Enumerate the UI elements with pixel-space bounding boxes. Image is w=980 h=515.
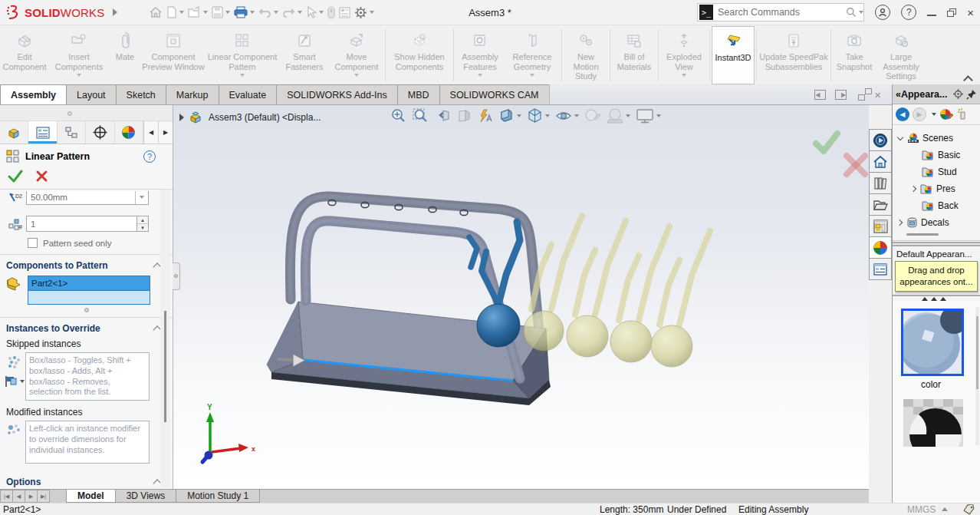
previous-view-button[interactable] [434,108,451,124]
tree-node-studio-scenes[interactable]: Stud [893,163,980,180]
take-snapshot-button[interactable]: Take Snapshot [833,26,876,84]
flag-caret-icon[interactable] [20,380,25,383]
tree-node-backgrounds[interactable]: Back [893,197,980,214]
thumbnails-scrollbar[interactable] [975,307,979,445]
view-palette-tab[interactable] [869,215,892,237]
pattern-seed-checkbox[interactable] [28,238,38,248]
move-component-caret-icon[interactable] [354,74,359,77]
components-selection-list[interactable]: Part2<1> [28,276,150,305]
view-orientation-caret-icon[interactable] [545,114,550,117]
prev-tab-button[interactable]: ◀ [12,490,25,503]
task-pane-gear-icon[interactable] [952,88,964,100]
select-button[interactable] [305,5,324,20]
nav-forward-button[interactable]: ▶ [913,107,926,121]
instant3d-button[interactable]: Instant3D [712,26,755,84]
tree-node-scenes[interactable]: Scenes [893,130,980,147]
appearance-thumb-color[interactable] [901,309,964,376]
units-label[interactable]: MMGS [907,504,936,515]
restore-button[interactable] [947,8,956,17]
tree-label-studio-scenes[interactable]: Stud [938,167,957,177]
appearance-thumb-checker[interactable] [903,399,963,447]
status-units[interactable]: MMGS [907,504,948,515]
annotation-visibility-button[interactable] [477,108,493,124]
close-button[interactable]: × [967,7,974,18]
tree-label-basic-scenes[interactable]: Basic [938,150,960,160]
tree-node-presentation-scenes[interactable]: Pres [893,180,980,197]
spin-down-icon[interactable]: ▼ [137,224,148,231]
mate-button[interactable]: Mate [109,26,141,84]
display-style-caret-icon[interactable] [574,114,579,117]
components-to-pattern-header[interactable]: Components to Pattern [0,255,173,274]
tab-sketch[interactable]: Sketch [116,84,166,104]
assembly-features-caret-icon[interactable] [478,74,482,77]
panel-edge-splitter[interactable] [173,262,180,290]
tree-h-scrollbar[interactable] [893,231,980,237]
reference-geometry-button[interactable]: Reference Geometry [505,26,560,84]
cancel-x-button[interactable] [35,170,48,183]
status-tag-icon[interactable] [962,504,975,515]
pm-scrollbar-thumb[interactable] [164,311,166,422]
insert-components-caret-icon[interactable] [77,74,81,77]
large-assembly-settings-button[interactable]: Large Assembly Settings [876,26,926,84]
search-icon[interactable] [846,6,857,18]
view-settings-button[interactable] [636,107,661,124]
tab-solidworks-cam[interactable]: SOLIDWORKS CAM [439,84,550,104]
skipped-instances-hint[interactable]: Box/lasso - Toggles, Shift + box/lasso -… [25,352,150,401]
tab-solidworks-addins[interactable]: SOLIDWORKS Add-Ins [276,84,398,104]
tab-evaluate[interactable]: Evaluate [219,84,278,104]
solidworks-resources-tab[interactable] [869,129,892,151]
update-speedpak-button[interactable]: Update SpeedPak Subassemblies [758,26,829,84]
tab-mbd[interactable]: MBD [397,84,440,104]
edit-scene-button[interactable] [607,107,630,124]
tree-node-basic-scenes[interactable]: Basic [893,147,980,163]
selected-component-item[interactable]: Part2<1> [28,276,150,291]
count-spinner[interactable]: ▲▼ [137,216,149,232]
tree-expand-arrow-icon[interactable] [179,114,184,121]
dimxpert-tab[interactable] [86,121,114,144]
spacing-input[interactable]: 50.00mm [26,191,149,205]
menu-flyout-arrow-icon[interactable] [113,8,117,16]
nav-back-button[interactable]: ◀ [896,107,909,121]
undo-caret-icon[interactable] [274,11,278,14]
spacing-combo-button[interactable] [135,191,148,204]
doc-close-button[interactable]: × [874,89,881,101]
pane-splitter[interactable] [893,295,980,301]
section-cube-caret-icon[interactable] [517,114,521,117]
model-canvas[interactable]: Y x [173,105,869,489]
options-caret-icon[interactable] [370,11,374,14]
exploded-view-button[interactable]: Exploded View [660,26,708,84]
flyout-feature-tree[interactable]: Assem3 (Default) <Displa... [179,111,321,124]
zoom-to-area-button[interactable] [412,107,429,124]
select-caret-icon[interactable] [319,11,324,14]
zoom-to-fit-button[interactable] [390,107,406,124]
expand-chevron-icon[interactable] [910,186,916,192]
featuremanager-tab[interactable] [0,121,28,144]
pin-icon[interactable] [966,89,977,100]
edit-appearance-icon[interactable] [939,107,954,122]
graphics-viewport[interactable]: Y x Assem3 (Default) <Displa... [173,105,869,489]
configuration-manager-tab[interactable] [58,121,86,144]
last-tab-button[interactable]: ▶| [37,490,50,503]
redo-caret-icon[interactable] [298,11,302,14]
nav-history-caret-icon[interactable] [932,113,936,116]
tree-label-decals[interactable]: Decals [921,217,949,228]
linear-component-pattern-caret-icon[interactable] [240,74,245,77]
expand-chevron-icon[interactable] [896,220,903,226]
view-orientation-button[interactable] [527,107,550,124]
pm-scrollbar[interactable] [160,190,170,487]
expand-chevron-icon[interactable] [897,134,903,140]
bill-of-materials-button[interactable]: Bill of Materials [612,26,656,84]
new-file-caret-icon[interactable] [179,11,184,14]
design-library-home-tab[interactable] [869,150,892,173]
new-motion-study-button[interactable]: New Motion Study [564,26,608,84]
edit-component-button[interactable]: Edit Component [0,26,49,84]
mouse-gestures-button[interactable] [327,5,336,21]
exploded-view-caret-icon[interactable] [682,74,686,77]
tree-item-label[interactable]: Assem3 (Default) <Displa... [209,112,321,123]
section-view-button[interactable] [456,108,472,124]
ok-check-button[interactable] [8,170,23,183]
tree-label-backgrounds[interactable]: Back [938,200,959,211]
appearances-scenes-tab[interactable] [869,236,892,259]
new-file-button[interactable] [166,5,185,20]
count-input[interactable]: 1 [26,216,137,232]
